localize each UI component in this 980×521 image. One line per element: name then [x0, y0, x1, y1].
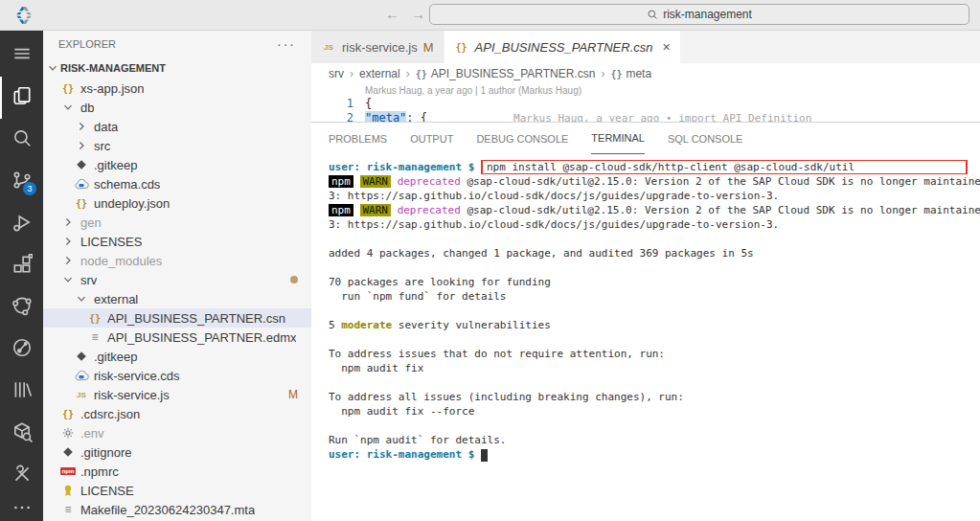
tree-root-risk-management[interactable]: RISK-MANAGEMENT: [43, 57, 311, 79]
terminal[interactable]: user: risk-management $ npm install @sap…: [311, 154, 980, 521]
activity-more-button[interactable]: [0, 496, 43, 521]
tree-item-node_modules[interactable]: node_modules: [43, 251, 311, 270]
tree-item-API_BUSINESS_PARTNER.csn[interactable]: {}API_BUSINESS_PARTNER.csn: [43, 308, 311, 328]
tree-item-label: risk-service.cds: [94, 369, 180, 383]
terminal-text: run `npm fund` for details: [329, 290, 506, 303]
tree-item-LICENSES[interactable]: LICENSES: [43, 232, 311, 251]
tree-item-label: schema.cds: [94, 177, 160, 192]
terminal-line: Run `npm audit` for details.: [329, 433, 980, 447]
tree-item-label: .cdsrc.json: [80, 407, 140, 421]
chevron-right-icon: [74, 141, 89, 150]
tree-item-risk-service.js[interactable]: JSrisk-service.jsM: [43, 385, 311, 404]
terminal-text: added 4 packages, changed 1 package, and…: [329, 247, 754, 260]
explorer-icon: [11, 85, 33, 109]
terminal-line: 5 moderate severity vulnerabilities: [329, 318, 980, 332]
activity-tools-button[interactable]: [0, 454, 43, 496]
tree-item-label: gen: [80, 215, 102, 230]
tree-item-external[interactable]: external: [43, 289, 311, 308]
line-number: 1: [311, 97, 365, 111]
breadcrumb-item-API_BUSINESS_PARTNER.csn[interactable]: {}API_BUSINESS_PARTNER.csn: [416, 67, 596, 80]
terminal-line: npm WARN deprecated @sap-cloud-sdk/util@…: [329, 203, 980, 217]
tree-item-gen[interactable]: gen: [43, 213, 311, 232]
activity-menu-button[interactable]: [0, 34, 43, 77]
terminal-text: deprecated: [398, 175, 461, 188]
tree-item-LICENSE[interactable]: LICENSE: [43, 481, 311, 500]
terminal-text: Run `npm audit` for details.: [329, 434, 506, 446]
tree-item-label: undeploy.json: [94, 196, 170, 211]
forward-arrow-icon[interactable]: →: [411, 6, 425, 23]
tree-item-label: db: [80, 101, 94, 115]
terminal-line: [329, 304, 980, 318]
tree-item-Makefile_20230624230347.mta[interactable]: ≡Makefile_20230624230347.mta: [43, 500, 311, 519]
terminal-text: 3: https://sap.github.io/cloud-sdk/docs/…: [329, 190, 779, 202]
panel-tab-terminal[interactable]: TERMINAL: [591, 123, 645, 154]
tree-root-label: RISK-MANAGEMENT: [60, 62, 166, 74]
tree-item-schema.cds[interactable]: schema.cds: [43, 174, 311, 193]
json-icon: {}: [60, 409, 76, 419]
activity-library-button[interactable]: [0, 371, 43, 413]
tree-item-src[interactable]: src: [43, 136, 311, 155]
line-number: 2: [311, 111, 365, 122]
code-editor[interactable]: Markus Haug, a year ago | 1 author (Mark…: [311, 84, 980, 122]
terminal-line: added 4 packages, changed 1 package, and…: [329, 246, 980, 260]
tree-item-.gitkeep[interactable]: .gitkeep: [43, 155, 311, 174]
activity-run-config-button[interactable]: [0, 328, 43, 371]
back-arrow-icon[interactable]: ←: [385, 6, 399, 23]
close-icon[interactable]: ×: [663, 39, 671, 55]
tab-API_BUSINESS_PARTNER.csn[interactable]: {}API_BUSINESS_PARTNER.csn×: [444, 31, 681, 63]
tree-item-risk-service.cds[interactable]: risk-service.cds: [43, 366, 311, 385]
more-icon: [11, 497, 33, 521]
terminal-line: To address issues that do not require at…: [329, 347, 980, 361]
chevron-right-icon: [60, 256, 76, 265]
tree-item-.cdsrc.json[interactable]: {}.cdsrc.json: [43, 404, 311, 423]
breadcrumb-item-srv[interactable]: srv: [329, 67, 344, 80]
terminal-cursor: [481, 449, 488, 462]
activity-package-search-button[interactable]: [0, 412, 43, 454]
tree-item-srv[interactable]: srv: [43, 270, 311, 289]
chevron-down-icon: [60, 275, 76, 284]
terminal-text: WARN: [360, 204, 392, 216]
chevron-right-icon: [74, 122, 89, 131]
tree-item-.gitignore[interactable]: .gitignore: [43, 442, 311, 462]
breadcrumb-label: srv: [329, 67, 344, 80]
inline-blame: Markus Haug, a year ago • import API Def…: [513, 111, 811, 122]
terminal-text: To address issues that do not require at…: [329, 348, 665, 360]
activity-run-debug-button[interactable]: [0, 202, 43, 244]
activity-extensions-button[interactable]: [0, 244, 43, 286]
terminal-line: npm audit fix: [329, 361, 980, 375]
terminal-text: deprecated: [398, 204, 461, 216]
terminal-line: [329, 260, 980, 275]
tree-item-.npmrc[interactable]: npm.npmrc: [43, 462, 311, 481]
file-tree: {}xs-app.jsondbdatasrc.gitkeepschema.cds…: [43, 79, 311, 519]
explorer-more-button[interactable]: ···: [277, 36, 296, 52]
panel-tab-problems[interactable]: PROBLEMS: [329, 123, 387, 154]
activity-explorer-button[interactable]: [0, 77, 43, 119]
tree-item-.env[interactable]: .env: [43, 423, 311, 442]
terminal-text: WARN: [360, 175, 392, 188]
panel-tab-output[interactable]: OUTPUT: [410, 123, 453, 154]
tree-item-xs-app.json[interactable]: {}xs-app.json: [43, 79, 311, 98]
activity-share-button[interactable]: [0, 286, 43, 328]
terminal-line: user: risk-management $: [329, 447, 980, 462]
tree-item-.gitkeep[interactable]: .gitkeep: [43, 347, 311, 366]
tree-item-label: .env: [80, 426, 104, 441]
breadcrumb-label: meta: [626, 67, 651, 80]
terminal-text: npm audit fix: [329, 362, 423, 374]
tree-item-data[interactable]: data: [43, 117, 311, 136]
activity-source-control-button[interactable]: 3: [0, 160, 43, 202]
activity-search-button[interactable]: [0, 119, 43, 161]
breadcrumb-item-external[interactable]: external: [359, 67, 400, 80]
panel-tab-debug-console[interactable]: DEBUG CONSOLE: [476, 123, 568, 154]
tree-item-label: .gitignore: [80, 445, 131, 460]
breadcrumb-item-meta[interactable]: {}meta: [610, 67, 651, 80]
tree-item-API_BUSINESS_PARTNER.edmx[interactable]: ≡API_BUSINESS_PARTNER.edmx: [43, 328, 311, 347]
panel-tab-sql-console[interactable]: SQL CONSOLE: [668, 123, 742, 154]
workspace-search-input[interactable]: risk-management: [429, 4, 969, 25]
tab-risk-service.js[interactable]: JSrisk-service.jsM: [311, 31, 444, 63]
codelens-annotation[interactable]: Markus Haug, a year ago | 1 author (Mark…: [311, 84, 980, 97]
terminal-line: [329, 332, 980, 347]
editor-area: JSrisk-service.jsM{}API_BUSINESS_PARTNER…: [311, 31, 980, 521]
tree-item-undeploy.json[interactable]: {}undeploy.json: [43, 193, 311, 213]
tree-item-db[interactable]: db: [43, 98, 311, 117]
terminal-line: 3: https://sap.github.io/cloud-sdk/docs/…: [329, 217, 980, 232]
